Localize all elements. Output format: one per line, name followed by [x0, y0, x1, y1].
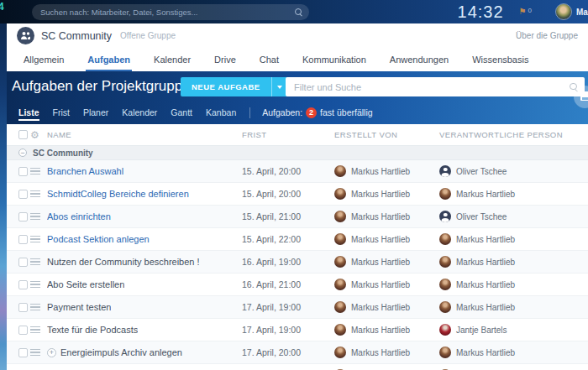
table-row[interactable]: + Abos einrichten 15. April, 21:00 Marku… [7, 206, 588, 228]
task-responsible[interactable]: Markus Hartlieb [439, 301, 588, 313]
view-tab-kanban[interactable]: Kanban [206, 102, 236, 122]
row-checkbox[interactable] [18, 348, 28, 357]
table-row[interactable]: + SchmidtColleg Bereiche definieren 15. … [7, 183, 588, 206]
group-name[interactable]: SC Community [41, 30, 112, 42]
grid-settings-gear-icon[interactable]: ⚙ [30, 130, 47, 140]
task-creator[interactable]: Markus Hartlieb [334, 279, 439, 290]
table-group-row[interactable]: − SC Community [7, 146, 588, 160]
row-checkbox[interactable] [18, 258, 28, 267]
creator-name[interactable]: Markus Hartlieb [351, 303, 410, 312]
task-name-link[interactable]: SchmidtColleg Bereiche definieren [47, 189, 189, 199]
task-creator[interactable]: Markus Hartlieb [334, 211, 439, 222]
view-tab-frist[interactable]: Frist [53, 102, 70, 122]
task-creator[interactable]: Markus Hartlieb [334, 347, 439, 358]
tab-chat[interactable]: Chat [248, 48, 291, 71]
expand-subtasks-icon[interactable]: + [47, 348, 56, 357]
view-tab-gantt[interactable]: Gantt [171, 102, 192, 122]
task-name-link[interactable]: Abos einrichten [47, 211, 111, 221]
table-row[interactable]: + Startseite Community designen 17. Apri… [7, 364, 588, 370]
about-group-link[interactable]: Über die Gruppe [516, 31, 578, 40]
responsible-name[interactable]: Oliver Tschee [456, 212, 507, 221]
filter-search-input[interactable] [294, 82, 570, 92]
drag-handle-icon[interactable] [30, 349, 40, 356]
drag-handle-icon[interactable] [30, 190, 40, 197]
task-responsible[interactable]: Markus Hartlieb [439, 188, 588, 200]
responsible-name[interactable]: Markus Hartlieb [456, 258, 515, 267]
drag-handle-icon[interactable] [30, 258, 40, 265]
creator-name[interactable]: Markus Hartlieb [351, 280, 410, 289]
tab-allgemein[interactable]: Allgemein [12, 48, 76, 71]
creator-name[interactable]: Markus Hartlieb [351, 235, 410, 244]
row-checkbox[interactable] [18, 190, 28, 199]
row-checkbox[interactable] [18, 212, 28, 221]
task-creator[interactable]: Markus Hartlieb [334, 256, 439, 268]
collapse-icon[interactable]: − [18, 149, 27, 157]
drag-handle-icon[interactable] [30, 168, 40, 175]
row-checkbox[interactable] [18, 235, 28, 244]
responsible-name[interactable]: Markus Hartlieb [456, 235, 515, 244]
task-name-link[interactable]: Podcast Sektion anlegen [47, 234, 150, 244]
table-row[interactable]: + Abo Seite erstellen 16. April, 21:00 M… [7, 274, 588, 296]
task-name-link[interactable]: Nutzen der Community beschreiben ! [47, 257, 200, 267]
task-responsible[interactable]: Oliver Tschee [439, 211, 588, 222]
creator-name[interactable]: Markus Hartlieb [351, 348, 410, 357]
responsible-name[interactable]: Markus Hartlieb [456, 303, 515, 312]
drag-handle-icon[interactable] [30, 213, 40, 220]
new-task-button-label[interactable]: NEUE AUFGABE [181, 77, 271, 96]
task-responsible[interactable]: Oliver Tschee [439, 165, 588, 177]
table-row[interactable]: + Podcast Sektion anlegen 15. April, 22:… [7, 228, 588, 251]
responsible-name[interactable]: Markus Hartlieb [456, 348, 515, 357]
filter-search-box[interactable] [286, 77, 585, 96]
task-name-link[interactable]: Texte für die Podcasts [47, 325, 138, 335]
column-header-erstellt-von[interactable]: ERSTELLT VON [334, 130, 439, 139]
creator-name[interactable]: Markus Hartlieb [351, 167, 410, 176]
responsible-name[interactable]: Jantje Bartels [456, 326, 507, 335]
task-name-link[interactable]: Abo Seite erstellen [47, 279, 124, 289]
task-name-link[interactable]: Branchen Auswahl [47, 166, 123, 176]
tab-kommunikation[interactable]: Kommunikation [291, 48, 378, 71]
user-name[interactable]: Ma [576, 8, 588, 17]
drag-handle-icon[interactable] [30, 236, 40, 242]
global-search[interactable] [32, 4, 309, 20]
column-header-frist[interactable]: FRIST [242, 130, 334, 139]
task-name-link[interactable]: Payment testen [47, 302, 111, 312]
task-creator[interactable]: Markus Hartlieb [334, 188, 439, 200]
view-tab-liste[interactable]: Liste [18, 102, 39, 122]
table-row[interactable]: + Branchen Auswahl 15. April, 20:00 Mark… [7, 160, 588, 183]
drag-handle-icon[interactable] [30, 304, 40, 310]
drag-handle-icon[interactable] [30, 281, 40, 288]
task-creator[interactable]: Markus Hartlieb [334, 165, 439, 177]
task-responsible[interactable]: Jantje Bartels [439, 324, 588, 336]
task-creator[interactable]: Markus Hartlieb [334, 324, 439, 336]
column-header-name[interactable]: NAME [47, 130, 242, 139]
creator-name[interactable]: Markus Hartlieb [351, 190, 410, 199]
task-responsible[interactable]: Markus Hartlieb [439, 233, 588, 245]
notifications[interactable]: ⚑ 0 [519, 7, 532, 17]
creator-name[interactable]: Markus Hartlieb [351, 326, 410, 335]
table-row[interactable]: + Payment testen 17. April, 19:00 Markus… [7, 296, 588, 319]
user-avatar[interactable] [555, 3, 572, 20]
global-search-input[interactable] [40, 8, 295, 17]
task-responsible[interactable]: Markus Hartlieb [439, 347, 588, 358]
responsible-name[interactable]: Markus Hartlieb [456, 280, 515, 289]
table-row[interactable]: + Texte für die Podcasts 17. April, 19:0… [7, 319, 588, 341]
select-all-checkbox[interactable] [18, 130, 28, 139]
tab-anwendungen[interactable]: Anwendungen [378, 48, 460, 71]
new-task-button[interactable]: NEUE AUFGABE [181, 77, 288, 96]
creator-name[interactable]: Markus Hartlieb [351, 258, 410, 267]
row-checkbox[interactable] [18, 303, 28, 312]
drag-handle-icon[interactable] [30, 326, 40, 333]
column-header-verantwortliche-person[interactable]: VERANTWORTLICHE PERSON [439, 130, 588, 139]
tab-kalender[interactable]: Kalender [142, 48, 202, 71]
table-row[interactable]: + Nutzen der Community beschreiben ! 16.… [7, 251, 588, 274]
creator-name[interactable]: Markus Hartlieb [351, 212, 410, 221]
task-creator[interactable]: Markus Hartlieb [334, 301, 439, 313]
responsible-name[interactable]: Markus Hartlieb [456, 190, 515, 199]
table-row[interactable]: + Energieimpuls Archiv anlegen 17. April… [7, 341, 588, 364]
responsible-name[interactable]: Oliver Tschee [456, 167, 507, 176]
tab-aufgaben[interactable]: Aufgaben [76, 48, 142, 71]
task-name-link[interactable]: Energieimpuls Archiv anlegen [60, 347, 182, 357]
view-tab-planer[interactable]: Planer [83, 102, 108, 122]
task-responsible[interactable]: Markus Hartlieb [439, 279, 588, 290]
search-icon[interactable] [295, 8, 302, 16]
